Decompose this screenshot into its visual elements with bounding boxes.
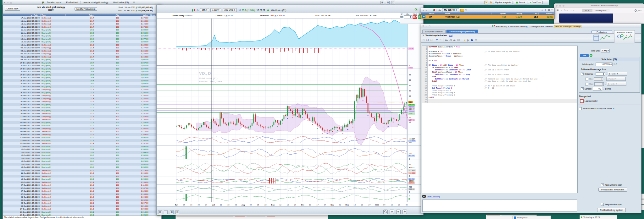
- table-row[interactable]: 11-Oct-2021 19:00:00Sell (entry)21.51002…: [3, 175, 161, 178]
- initial-capital-input[interactable]: 100000000: [596, 63, 613, 66]
- table-row[interactable]: 05-Jan-2022 19:00:00Sell (entry)21.71002…: [3, 55, 161, 58]
- min-input[interactable]: 0: [594, 77, 603, 81]
- table-row[interactable]: 27-Sep-2021 19:00:00Sell (entry)21.01002…: [3, 207, 161, 211]
- keep-window-open-checkbox[interactable]: ✓: [601, 203, 604, 206]
- code-line[interactable]: 10 If distancePlus < 21 Then: [422, 67, 577, 69]
- table-row[interactable]: 10-Jan-2022 19:00:00Sell (entry)21.21002…: [3, 43, 161, 47]
- table-row[interactable]: 11-Oct-2021 19:00:00Sell (entry)21.91002…: [3, 172, 161, 175]
- code-line[interactable]: 15 SellShort x1 Contracts At Market// Co…: [422, 78, 577, 80]
- print-icon[interactable]: ⎙: [475, 38, 477, 41]
- table-row[interactable]: 15-Dec-2021 19:00:00Buy (profit)21.51002…: [3, 106, 161, 109]
- orders-table-header[interactable]: ▼ Date Type Price Qty Value Brokera...: [3, 14, 161, 16]
- paste-icon[interactable]: ❏: [430, 39, 432, 41]
- code-line[interactable]: 19 Set Target Profit 1// 1 = $1: [422, 87, 577, 89]
- table-row[interactable]: 29-Dec-2021 19:00:00Buy (profit)20.61002…: [3, 70, 161, 73]
- table-row[interactable]: 10-Jan-2022 19:00:00Buy (profit)20.71002…: [3, 34, 161, 37]
- code-line[interactable]: 17: [422, 83, 577, 85]
- window-controls[interactable]: ✕ ─ ◻: [422, 25, 431, 27]
- table-row[interactable]: 11-Jan-2022 19:00:00Buy (profit)20.61002…: [3, 31, 161, 35]
- chart-tool-icon[interactable]: ▤: [158, 210, 162, 214]
- search-icon[interactable]: [445, 39, 447, 41]
- code-line[interactable]: 5distanceMinus = Close - distance: [422, 55, 577, 57]
- sell-button[interactable]: 25.7: [413, 15, 417, 19]
- table-row[interactable]: 10-Jan-2022 19:00:00Buy (profit)20.81002…: [3, 37, 161, 41]
- code-line[interactable]: 22 //Set Stop pTrailing 2: [422, 94, 577, 96]
- code-line[interactable]: 14 Else: [422, 76, 577, 78]
- time-period-row[interactable]: Last semester: [580, 99, 597, 103]
- redo-icon[interactable]: ↷: [440, 39, 442, 41]
- add-symbol-button[interactable]: +: [590, 54, 592, 57]
- tab-pcs[interactable]: PCs: [582, 9, 592, 12]
- order-fee-input[interactable]: 5: [596, 72, 605, 76]
- copy-icon[interactable]: ❐: [426, 39, 429, 41]
- table-row[interactable]: 13-Oct-2021 19:00:00Buy (profit)20.41002…: [3, 166, 161, 169]
- probacktest-mode-button[interactable]: ProBacktest: [591, 30, 612, 33]
- table-row[interactable]: 25-Nov-2021 19:00:00Buy (profit)21.01002…: [3, 136, 161, 139]
- code-line[interactable]: 6: [422, 57, 577, 59]
- table-row[interactable]: 10-Oct-2021 19:00:00Buy (profit)20.91002…: [3, 178, 161, 181]
- code-editor[interactable]: 1DEFPARAM CumulateOrders = True2 3distan…: [422, 46, 578, 193]
- table-row[interactable]: 06-Jan-2022 19:00:00Sell (entry)21.81002…: [3, 52, 161, 55]
- table-row[interactable]: 06-Oct-2021 19:00:00Sell (entry)21.91002…: [3, 195, 161, 199]
- table-row[interactable]: 07-Oct-2021 19:00:00Sell (entry)21.11002…: [3, 187, 161, 190]
- font-larger-icon[interactable]: A◇: [457, 39, 460, 41]
- my-dev-template-button[interactable]: My dev template: [493, 1, 513, 4]
- table-row[interactable]: 09-Dec-2021 19:00:00Buy (profit)21.61002…: [3, 121, 161, 124]
- code-line[interactable]: 21 //Set Stop %Trailing 5: [422, 92, 577, 94]
- zoom-in-icon[interactable]: ⊕: [396, 210, 401, 214]
- zoom-out-icon[interactable]: ⊖: [390, 210, 394, 214]
- list-view-icon[interactable]: ≡: [561, 9, 562, 12]
- pencil-icon[interactable]: ✎: [484, 1, 488, 4]
- share-icon[interactable]: ⚯: [133, 1, 135, 4]
- font-smaller-icon[interactable]: A▫: [453, 39, 456, 41]
- units-select[interactable]: 300 units ▾: [223, 8, 237, 12]
- chart-tool-icon[interactable]: ▦: [170, 210, 174, 214]
- search-input[interactable]: Sea: [638, 9, 641, 12]
- window-list-icon[interactable]: ▤: [386, 1, 390, 4]
- table-row[interactable]: 13-Dec-2021 19:00:00Sell (entry)21.61002…: [3, 115, 161, 118]
- code-line[interactable]: 24: [422, 99, 577, 101]
- wrench-icon[interactable]: ⚒: [401, 13, 402, 16]
- time-unit-select[interactable]: 1 day ▾: [601, 49, 610, 52]
- table-row[interactable]: 12-Oct-2021 19:00:00Sell (entry)21.31002…: [3, 169, 161, 172]
- position-gear-icon[interactable]: ⚙: [283, 14, 285, 17]
- watchlist-header[interactable]: TickerName Spread%Chg LastVolume: [421, 12, 554, 15]
- sync-icon[interactable]: ⟳●: [415, 8, 418, 12]
- varopt-add-link[interactable]: add: [449, 34, 452, 36]
- pan-icon[interactable]: ✛: [402, 210, 407, 214]
- table-row[interactable]: 26-Sep-2021 19:00:00Buy (profit)20.11002…: [3, 211, 161, 214]
- table-row[interactable]: 15-Dec-2021 19:00:00Buy (profit)21.11002…: [3, 103, 161, 106]
- list-select[interactable]: My list (45) ▾: [442, 8, 459, 12]
- table-row[interactable]: 02-Oct-2021 19:00:00Sell (entry)22.11002…: [3, 205, 161, 208]
- table-row[interactable]: 29-Dec-2021 19:00:00Buy (profit)20.41002…: [3, 67, 161, 70]
- table-row[interactable]: 16-Dec-2021 19:00:00Sell (entry)22.61002…: [3, 100, 161, 103]
- modify-probacktest-button[interactable]: Modify ProBacktest: [75, 7, 97, 11]
- table-row[interactable]: 26-Nov-2021 19:00:00Sell (entry)22.61002…: [3, 133, 161, 136]
- wrench-icon[interactable]: ⚒: [465, 9, 467, 11]
- table-row[interactable]: 14-Dec-2021 19:00:00Sell (entry)22.51002…: [3, 112, 161, 115]
- table-row[interactable]: 12-Dec-2021 19:00:00Sell (entry)21.61002…: [3, 118, 161, 121]
- table-row[interactable]: 15-Dec-2021 19:00:00Buy (profit)21.41002…: [3, 109, 161, 112]
- code-line[interactable]: 8: [422, 62, 577, 64]
- table-row[interactable]: 13-Oct-2021 19:00:00Buy (profit)20.31002…: [3, 160, 161, 163]
- remove-icon[interactable]: ⊖ ⌄: [564, 9, 568, 12]
- table-row[interactable]: 13-Jan-2022 19:00:00Sell (entry)21.71002…: [3, 25, 161, 29]
- table-row[interactable]: 09-Jan-2022 19:00:00Sell (entry)21.81002…: [3, 46, 161, 49]
- table-row[interactable]: 13-Oct-2021 19:00:00Buy (profit)20.01001…: [3, 154, 161, 157]
- new-window-icon[interactable]: ◫: [391, 1, 395, 4]
- table-row[interactable]: 13-Oct-2021 19:00:00Buy (profit)19.91001…: [3, 148, 161, 151]
- timeframe-select[interactable]: 1 day ▾: [210, 8, 221, 12]
- function-icon[interactable]: ƒx: [467, 39, 469, 41]
- table-row[interactable]: 28-Dec-2021 19:00:00Buy (profit)20.81002…: [3, 79, 161, 82]
- title-tab-strategy[interactable]: new vix short grid strategy: [80, 1, 111, 4]
- table-row[interactable]: 08-Dec-2021 19:00:00Sell (entry)22.31002…: [3, 130, 161, 133]
- table-row[interactable]: 03-Jan-2022 19:00:00Buy (profit)20.11002…: [3, 58, 161, 61]
- max-checkbox[interactable]: [585, 83, 588, 85]
- chart-canvas[interactable]: Jun08132027Jul111825Aug081522Sep121926Oc…: [157, 19, 423, 206]
- code-line[interactable]: 13 SellShort x1 Contracts At 21 Stop// S…: [422, 74, 577, 76]
- table-row[interactable]: 15-Jan-2022 19:00:00Sell (entry)21.41002…: [3, 22, 161, 25]
- order-fee-checkbox[interactable]: ✓: [581, 73, 584, 75]
- code-line[interactable]: 20 //Set Stop %Loss 5: [422, 90, 577, 92]
- undo-icon[interactable]: ↶: [436, 39, 438, 41]
- info-icon[interactable]: i: [238, 9, 240, 11]
